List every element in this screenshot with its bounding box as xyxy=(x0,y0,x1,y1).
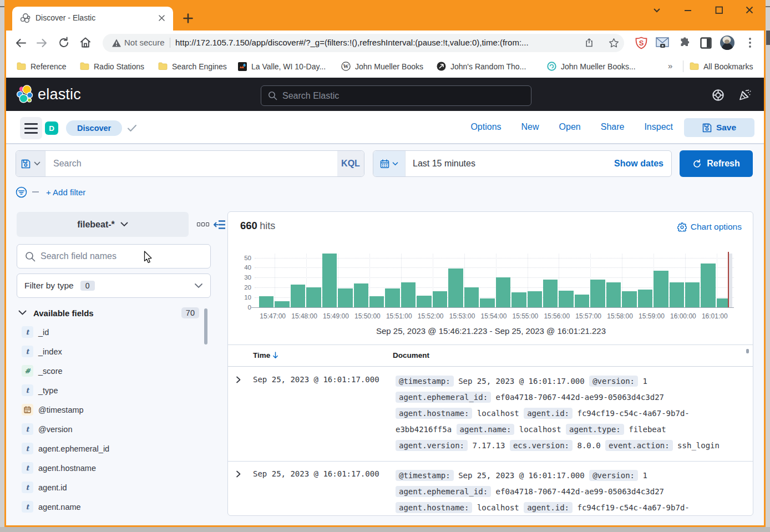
address-bar[interactable]: Not secure http://172.105.7.150/app/disc… xyxy=(103,34,624,52)
chart-bar[interactable] xyxy=(717,298,728,307)
sophos-extension-icon[interactable]: S xyxy=(635,37,647,49)
expand-row-icon[interactable] xyxy=(235,470,242,478)
doc-field-badge[interactable]: @version: xyxy=(589,376,638,387)
chart-bar[interactable] xyxy=(322,254,337,307)
field-item-@version[interactable]: t@version xyxy=(22,419,72,439)
field-item-_index[interactable]: t_index xyxy=(22,342,62,361)
mail-extension-icon[interactable] xyxy=(656,37,669,49)
window-close-button[interactable] xyxy=(744,6,754,15)
doc-field-badge[interactable]: agent.version: xyxy=(396,440,468,451)
doc-field-badge[interactable]: agent.ephemeral_id: xyxy=(396,392,491,403)
reload-button[interactable] xyxy=(57,36,70,49)
chart-bar[interactable] xyxy=(385,288,399,307)
filter-list-icon[interactable] xyxy=(16,186,27,198)
show-dates-button[interactable]: Show dates xyxy=(614,159,671,169)
elastic-logo[interactable] xyxy=(16,84,35,104)
column-header-time[interactable]: Time xyxy=(253,351,278,359)
saved-query-menu-button[interactable] xyxy=(16,151,45,176)
chart-bar[interactable] xyxy=(369,296,384,307)
chart-bar[interactable] xyxy=(259,296,273,307)
collapse-sidebar-icon[interactable] xyxy=(214,219,226,230)
doc-field-badge[interactable]: agent.hostname: xyxy=(396,408,472,419)
bookmarks-overflow-chevron[interactable]: » xyxy=(668,61,671,70)
query-language-button[interactable]: KQL xyxy=(337,151,364,176)
save-button[interactable]: Save xyxy=(684,118,754,137)
doc-field-badge[interactable]: agent.type: xyxy=(566,424,624,435)
field-item-agent.ephemeral_id[interactable]: tagent.ephemeral_id xyxy=(22,439,109,458)
forward-button[interactable] xyxy=(36,37,48,49)
sidebar-scrollbar[interactable] xyxy=(204,308,207,344)
window-maximize-button[interactable] xyxy=(714,6,724,15)
doc-field-badge[interactable]: agent.id: xyxy=(524,502,573,513)
chart-bar[interactable] xyxy=(417,296,431,307)
bookmark-item[interactable]: La Valle, WI 10-Day... xyxy=(238,55,326,78)
doc-field-badge[interactable]: agent.ephemeral_id: xyxy=(396,486,491,497)
chart-bar[interactable] xyxy=(511,292,526,307)
doc-field-badge[interactable]: ecs.version: xyxy=(510,440,573,451)
not-secure-label[interactable]: Not secure xyxy=(124,38,165,47)
row-time[interactable]: Sep 25, 2023 @ 16:01:17.000 xyxy=(253,375,379,384)
doc-field-badge[interactable]: agent.name: xyxy=(457,424,515,435)
add-filter-button[interactable]: + Add filter xyxy=(46,188,85,197)
chart-bar[interactable] xyxy=(338,288,352,307)
chart-bar[interactable] xyxy=(590,280,605,307)
chart-bar[interactable] xyxy=(275,301,289,307)
field-item-_score[interactable]: #_score xyxy=(22,361,63,381)
chart-bar[interactable] xyxy=(575,295,589,307)
tab-search-chevron-icon[interactable] xyxy=(652,6,662,15)
field-item-agent.hostname[interactable]: tagent.hostname xyxy=(22,458,96,478)
discover-app-badge[interactable]: D xyxy=(45,121,58,135)
index-pattern-select[interactable]: filebeat-* xyxy=(17,212,189,237)
expand-row-icon[interactable] xyxy=(235,376,242,383)
bookmark-item[interactable]: John's Random Tho... xyxy=(437,55,526,78)
chart-bar[interactable] xyxy=(464,287,479,307)
bookmark-item[interactable]: WJohn Mueller Books xyxy=(341,55,423,78)
bookmark-item[interactable]: Search Engines xyxy=(158,55,227,78)
chart-bar[interactable] xyxy=(638,290,652,307)
browser-tab[interactable]: Discover - Elastic xyxy=(12,7,173,31)
doc-field-badge[interactable]: @timestamp: xyxy=(396,470,454,481)
chart-bar[interactable] xyxy=(654,271,668,307)
chart-bar[interactable] xyxy=(448,268,463,307)
sidebar-options-boxes-icon[interactable] xyxy=(197,222,209,226)
chart-bar[interactable] xyxy=(291,285,305,307)
bookmark-item[interactable]: Reference xyxy=(17,55,67,78)
app-menu-open[interactable]: Open xyxy=(559,122,581,132)
menu-hamburger-button[interactable] xyxy=(20,117,42,139)
chart-bar[interactable] xyxy=(622,291,636,307)
home-button[interactable] xyxy=(79,36,92,49)
news-party-popper-icon[interactable] xyxy=(738,88,752,102)
back-button[interactable] xyxy=(14,37,27,49)
bookmark-star-icon[interactable] xyxy=(609,38,619,48)
row-time[interactable]: Sep 25, 2023 @ 16:01:17.000 xyxy=(253,469,379,478)
field-item-agent.name[interactable]: tagent.name xyxy=(22,497,81,516)
chart-bar[interactable] xyxy=(543,280,558,307)
chart-bar[interactable] xyxy=(528,291,542,307)
chart-bar[interactable] xyxy=(559,291,573,307)
extensions-puzzle-icon[interactable] xyxy=(678,37,691,49)
chart-bar[interactable] xyxy=(701,264,715,307)
chart-bar[interactable] xyxy=(685,282,700,307)
date-quick-select-button[interactable] xyxy=(373,151,406,176)
browser-menu-kebab-icon[interactable] xyxy=(744,37,756,49)
query-search-input[interactable]: Search xyxy=(45,151,337,176)
app-menu-inspect[interactable]: Inspect xyxy=(644,122,673,132)
chart-bar[interactable] xyxy=(354,283,368,307)
new-tab-button[interactable] xyxy=(183,13,194,24)
chart-bar[interactable] xyxy=(401,282,416,307)
field-search-input[interactable]: Search field names xyxy=(17,244,211,268)
profile-avatar[interactable] xyxy=(720,35,735,50)
breadcrumb-discover[interactable]: Discover xyxy=(66,120,122,136)
help-lifebuoy-icon[interactable] xyxy=(712,89,725,102)
field-item-@timestamp[interactable]: @timestamp xyxy=(22,400,84,419)
chart-bar[interactable] xyxy=(606,282,621,307)
table-scrollbar[interactable] xyxy=(746,349,749,353)
field-item-_id[interactable]: t_id xyxy=(22,322,49,342)
app-menu-share[interactable]: Share xyxy=(601,122,625,132)
tab-close-icon[interactable] xyxy=(157,13,166,23)
bookmark-item[interactable]: Radio Stations xyxy=(80,55,144,78)
bookmark-item[interactable]: John Mueller Books... xyxy=(547,55,636,78)
share-icon[interactable] xyxy=(585,38,595,48)
filter-by-type-select[interactable]: Filter by type 0 xyxy=(17,273,211,298)
dark-mode-extension-icon[interactable] xyxy=(700,37,712,49)
